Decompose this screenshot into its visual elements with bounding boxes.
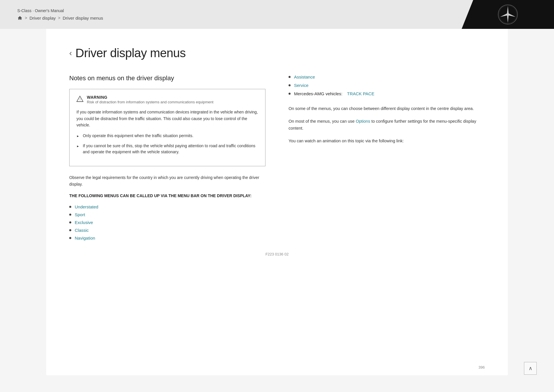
track-pace-link[interactable]: TRACK PACE: [347, 91, 375, 96]
page-title: Driver display menus: [75, 46, 186, 60]
right-para-3: You can watch an animation on this topic…: [289, 138, 485, 145]
assistance-link[interactable]: Assistance: [294, 74, 315, 79]
sport-link[interactable]: Sport: [75, 212, 85, 217]
right-para-1: On some of the menus, you can choose bet…: [289, 105, 485, 112]
chevron-up-icon: ∧: [529, 365, 532, 372]
menu-link-list: Understated Sport Exclusive Classic Navi…: [69, 204, 265, 240]
warning-list-item: ► If you cannot be sure of this, stop th…: [76, 143, 258, 155]
observe-text: Observe the legal requirements for the c…: [69, 174, 265, 187]
section-heading: Notes on menus on the driver display: [69, 74, 265, 82]
breadcrumb-sep2: >: [58, 16, 60, 20]
navigation-link[interactable]: Navigation: [75, 236, 95, 240]
breadcrumb: > Driver display > Driver display menus: [17, 15, 103, 20]
breadcrumb-sep1: >: [25, 16, 27, 20]
list-item: Service: [289, 83, 485, 88]
warning-list-item: ► Only operate this equipment when the t…: [76, 133, 258, 139]
right-column: Assistance Service Mercedes-AMG vehicles…: [289, 74, 485, 243]
figure-code: F223 0136 02: [265, 252, 289, 256]
content-grid: Notes on menus on the driver display ! W…: [69, 74, 485, 243]
svg-point-2: [507, 13, 509, 16]
list-dot: [289, 76, 291, 78]
list-item: Mercedes-AMG vehicles: TRACK PACE: [289, 91, 485, 96]
list-dot: [69, 237, 71, 239]
list-dot: [69, 214, 71, 216]
arrow-icon: ►: [76, 134, 79, 139]
exclusive-link[interactable]: Exclusive: [75, 220, 93, 225]
warning-list: ► Only operate this equipment when the t…: [76, 133, 258, 155]
list-item: Sport: [69, 212, 265, 217]
home-icon[interactable]: [17, 15, 23, 20]
list-dot: [289, 84, 291, 86]
list-dot: [69, 221, 71, 223]
breadcrumb-current: Driver display menus: [63, 16, 103, 20]
right-para-2: On most of the menus, you can use Option…: [289, 118, 485, 132]
right-para-2-before: On most of the menus, you can use: [289, 119, 356, 124]
right-menu-link-list: Assistance Service Mercedes-AMG vehicles…: [289, 74, 485, 96]
list-item: Exclusive: [69, 220, 265, 225]
footer: F223 0136 02: [69, 243, 485, 262]
header-left: S-Class · Owner's Manual > Driver displa…: [17, 8, 103, 20]
list-item: Classic: [69, 228, 265, 233]
list-item: Navigation: [69, 236, 265, 240]
warning-triangle-icon: !: [76, 96, 83, 102]
page-header: S-Class · Owner's Manual > Driver displa…: [0, 0, 554, 29]
arrow-icon: ►: [76, 144, 79, 155]
page-number: 396: [478, 365, 485, 369]
warning-title-block: WARNING Risk of distraction from informa…: [87, 95, 214, 105]
bold-caps-text: THE FOLLOWING MENUS CAN BE CALLED UP VIA…: [69, 193, 265, 199]
amg-vehicles-text: Mercedes-AMG vehicles:: [294, 91, 344, 96]
warning-item-1-text: Only operate this equipment when the tra…: [83, 133, 193, 139]
scroll-top-button[interactable]: ∧: [524, 362, 537, 375]
list-dot: [69, 206, 71, 208]
warning-item-2-text: If you cannot be sure of this, stop the …: [83, 143, 258, 155]
main-content: ‹ Driver display menus Notes on menus on…: [46, 29, 508, 375]
left-column: Notes on menus on the driver display ! W…: [69, 74, 265, 243]
warning-box: ! WARNING Risk of distraction from infor…: [69, 89, 265, 166]
list-item: Understated: [69, 204, 265, 209]
service-link[interactable]: Service: [294, 83, 308, 88]
warning-subtitle: Risk of distraction from information sys…: [87, 100, 214, 105]
understated-link[interactable]: Understated: [75, 204, 98, 209]
options-link[interactable]: Options: [356, 119, 370, 124]
warning-header: ! WARNING Risk of distraction from infor…: [76, 95, 258, 105]
page-title-row: ‹ Driver display menus: [69, 46, 485, 60]
back-chevron[interactable]: ‹: [69, 48, 72, 58]
mercedes-logo: [498, 4, 518, 25]
list-dot: [289, 93, 291, 95]
warning-title: WARNING: [87, 95, 214, 100]
list-item: Assistance: [289, 74, 485, 79]
mercedes-logo-area: [462, 0, 554, 29]
warning-body: If you operate information systems and c…: [76, 109, 258, 128]
manual-title: S-Class · Owner's Manual: [17, 8, 103, 13]
breadcrumb-driver-display[interactable]: Driver display: [29, 16, 56, 20]
list-dot: [69, 229, 71, 231]
svg-text:!: !: [80, 98, 81, 101]
classic-link[interactable]: Classic: [75, 228, 89, 233]
